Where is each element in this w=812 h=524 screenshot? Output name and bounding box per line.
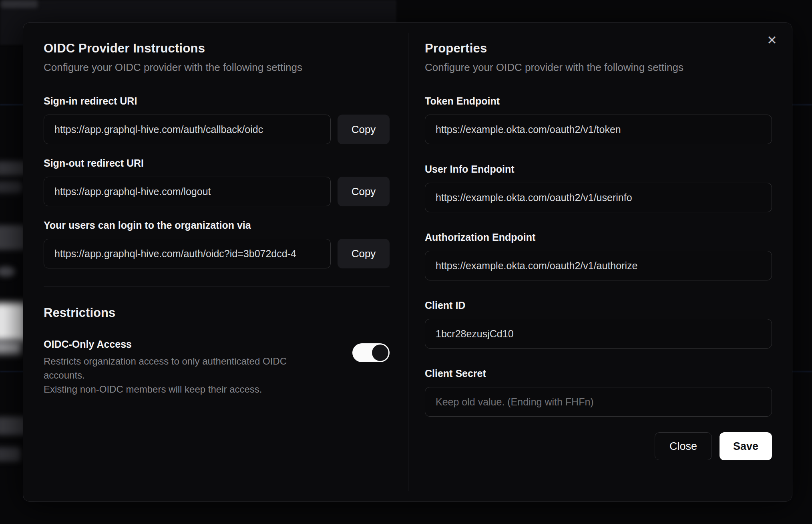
background-dimmed-content [0,181,22,193]
save-button[interactable]: Save [720,432,772,460]
signin-redirect-field: Sign-in redirect URI Copy [44,95,390,144]
signout-redirect-input[interactable] [44,177,331,206]
properties-subtitle: Configure your OIDC provider with the fo… [425,61,772,74]
signin-redirect-label: Sign-in redirect URI [44,95,390,107]
toggle-knob-icon [372,345,388,361]
client-secret-label: Client Secret [425,368,772,379]
signout-redirect-field: Sign-out redirect URI Copy [44,157,390,206]
instructions-subtitle: Configure your OIDC provider with the fo… [44,61,390,74]
instructions-column: OIDC Provider Instructions Configure you… [23,23,408,501]
client-secret-input[interactable] [425,387,772,417]
token-endpoint-input[interactable] [425,115,772,144]
client-id-label: Client ID [425,300,772,311]
page-background: ✕ OIDC Provider Instructions Configure y… [0,0,812,524]
background-dimmed-content [0,266,15,277]
org-login-field: Your users can login to the organization… [44,220,390,268]
token-endpoint-field: Token Endpoint [425,95,772,144]
oidc-only-access-row: OIDC-Only Access Restricts organization … [44,339,390,396]
authorization-endpoint-field: Authorization Endpoint [425,232,772,280]
section-divider [44,286,390,286]
signout-redirect-label: Sign-out redirect URI [44,157,390,169]
client-secret-field: Client Secret [425,368,772,417]
authorization-endpoint-label: Authorization Endpoint [425,232,772,243]
signin-redirect-input[interactable] [44,115,331,144]
oidc-settings-modal: ✕ OIDC Provider Instructions Configure y… [23,22,792,502]
properties-title: Properties [425,41,772,56]
org-login-input[interactable] [44,239,331,268]
org-login-label: Your users can login to the organization… [44,220,390,231]
restrictions-title: Restrictions [44,306,390,320]
background-dimmed-content [0,447,21,462]
copy-org-login-button[interactable]: Copy [338,239,390,268]
close-button[interactable]: Close [655,432,712,460]
modal-actions: Close Save [425,432,772,460]
copy-signout-button[interactable]: Copy [338,177,390,206]
token-endpoint-label: Token Endpoint [425,95,772,107]
properties-column: Properties Configure your OIDC provider … [408,23,792,501]
copy-signin-button[interactable]: Copy [338,115,390,144]
userinfo-endpoint-input[interactable] [425,183,772,212]
userinfo-endpoint-label: User Info Endpoint [425,163,772,175]
oidc-only-access-description: Restricts organization access to only au… [44,354,324,396]
authorization-endpoint-input[interactable] [425,251,772,280]
userinfo-endpoint-field: User Info Endpoint [425,163,772,212]
oidc-only-access-label: OIDC-Only Access [44,339,324,350]
background-dimmed-content [0,341,22,354]
client-id-field: Client ID [425,300,772,349]
oidc-only-access-toggle[interactable] [352,343,390,362]
client-id-input[interactable] [425,319,772,349]
background-dimmed-content [1,0,38,8]
oidc-only-access-info: OIDC-Only Access Restricts organization … [44,339,324,396]
instructions-title: OIDC Provider Instructions [44,41,390,56]
